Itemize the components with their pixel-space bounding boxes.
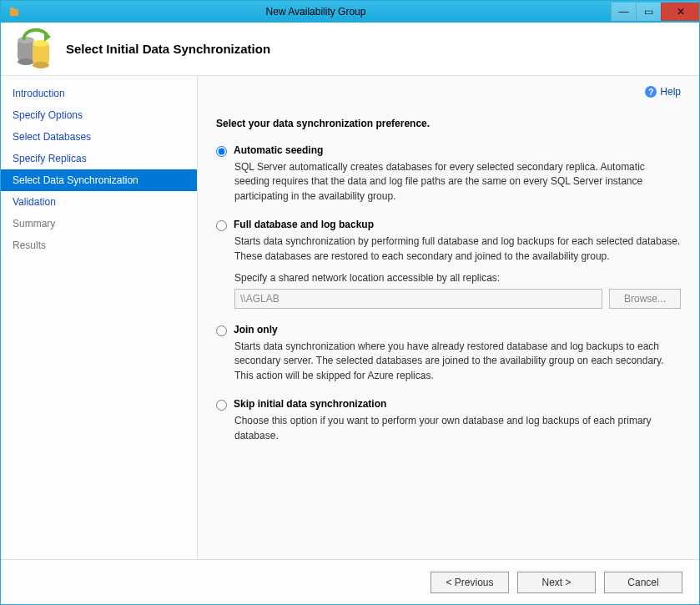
option-desc-automatic-seeding: SQL Server automatically creates databas… <box>234 160 681 204</box>
option-join-only: Join only Starts data synchronization wh… <box>216 324 681 383</box>
minimize-button[interactable]: — <box>611 3 636 21</box>
radio-automatic-seeding[interactable] <box>216 146 227 157</box>
help-link[interactable]: ? Help <box>645 86 681 98</box>
option-label-join-only: Join only <box>234 324 278 335</box>
option-automatic-seeding: Automatic seeding SQL Server automatical… <box>216 144 681 204</box>
help-label: Help <box>660 86 681 98</box>
wizard-header: Select Initial Data Synchronization <box>1 23 699 76</box>
sidebar-item-select-databases[interactable]: Select Databases <box>1 126 197 148</box>
maximize-button[interactable]: ▭ <box>636 3 661 21</box>
sidebar-item-summary: Summary <box>1 213 197 234</box>
window-controls: — ▭ ✕ <box>611 3 699 21</box>
wizard-window: New Availability Group — ▭ ✕ Select Init… <box>0 0 700 605</box>
content-heading: Select your data synchronization prefere… <box>216 118 681 129</box>
wizard-body: Introduction Specify Options Select Data… <box>1 76 699 559</box>
radio-join-only[interactable] <box>216 325 227 336</box>
radio-full-backup[interactable] <box>216 220 227 231</box>
radio-skip-sync[interactable] <box>216 400 227 411</box>
shared-path-label: Specify a shared network location access… <box>234 272 681 284</box>
wizard-footer: < Previous Next > Cancel <box>1 559 699 604</box>
sidebar-item-results: Results <box>1 234 197 256</box>
option-label-skip-sync: Skip initial data synchronization <box>234 398 386 410</box>
previous-button[interactable]: < Previous <box>431 572 509 593</box>
wizard-content: ? Help Select your data synchronization … <box>198 76 699 559</box>
sidebar-item-select-data-synchronization[interactable]: Select Data Synchronization <box>1 169 197 191</box>
sidebar-item-specify-replicas[interactable]: Specify Replicas <box>1 148 197 169</box>
svg-rect-1 <box>10 8 14 10</box>
wizard-sidebar: Introduction Specify Options Select Data… <box>1 76 198 559</box>
option-label-full-backup: Full database and log backup <box>234 219 374 230</box>
browse-button: Browse... <box>609 289 681 309</box>
shared-path-input <box>234 289 602 309</box>
next-button[interactable]: Next > <box>517 572 596 593</box>
page-title: Select Initial Data Synchronization <box>66 42 270 56</box>
cancel-button[interactable]: Cancel <box>604 572 682 593</box>
help-icon: ? <box>645 86 657 98</box>
option-label-automatic-seeding: Automatic seeding <box>234 144 323 156</box>
option-full-backup: Full database and log backup Starts data… <box>216 219 681 309</box>
close-button[interactable]: ✕ <box>661 3 699 21</box>
option-desc-join-only: Starts data synchronization where you ha… <box>234 340 681 383</box>
window-title: New Availability Group <box>21 6 611 18</box>
database-sync-icon <box>16 30 54 68</box>
sidebar-item-specify-options[interactable]: Specify Options <box>1 104 197 126</box>
option-desc-skip-sync: Choose this option if you want to perfor… <box>234 414 681 443</box>
sidebar-item-introduction[interactable]: Introduction <box>1 83 197 104</box>
svg-rect-0 <box>10 9 18 16</box>
option-skip-sync: Skip initial data synchronization Choose… <box>216 398 681 443</box>
app-icon <box>8 5 21 18</box>
option-desc-full-backup: Starts data synchronization by performin… <box>234 234 681 264</box>
titlebar[interactable]: New Availability Group — ▭ ✕ <box>1 1 699 23</box>
sidebar-item-validation[interactable]: Validation <box>1 191 197 213</box>
